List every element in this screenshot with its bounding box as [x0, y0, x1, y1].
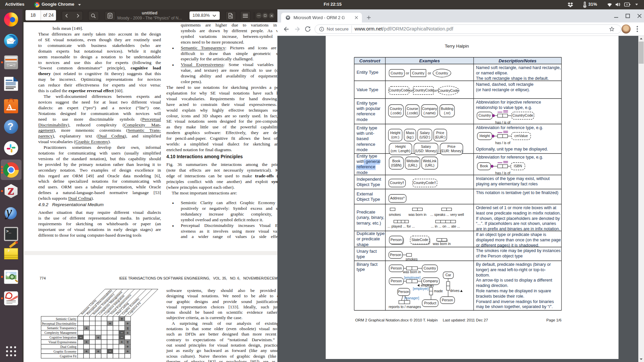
svg-text:Product: Product [424, 301, 436, 305]
svg-text:smokes: smokes [389, 213, 401, 217]
svg-text:Price: Price [436, 131, 444, 135]
svg-text:shape: shape [357, 242, 369, 247]
svg-text:(.name): (.name) [423, 111, 435, 115]
svg-text:Country: Country [424, 266, 436, 270]
svg-text:Value Type: Value Type [357, 87, 378, 92]
svg-text:Building: Building [441, 107, 453, 111]
svg-text:+: + [109, 321, 111, 326]
svg-text:Person: Person [391, 279, 402, 283]
svg-text:Binary fact: Binary fact [357, 262, 378, 267]
svg-text:Person: Person [390, 253, 401, 257]
svg-text:Country: Country [391, 71, 404, 75]
svg-text:ternary, etc.): ternary, etc.) [357, 221, 381, 226]
svg-text:(unary, binary,: (unary, binary, [357, 215, 384, 220]
svg-text:Company: Company [422, 107, 437, 111]
svg-text:Person: Person [390, 238, 401, 242]
svg-text:Abbreviation for injective ref: Abbreviation for injective reference [476, 100, 541, 105]
svg-text:Salary: Salary [420, 131, 430, 135]
svg-text:+: + [126, 330, 129, 335]
svg-text:or: or [406, 71, 409, 75]
svg-text:(ISBN): (ISBN) [391, 163, 402, 167]
svg-text:The smokes role may be played: The smokes role may be played by instanc… [476, 248, 560, 253]
svg-text:Abbreviation for reference typ: Abbreviation for reference type, e.g. [476, 155, 543, 160]
svg-text:(USD: Money): (USD: Money) [415, 149, 437, 153]
svg-text:(URL): (URL) [408, 163, 417, 167]
svg-text:Height: Height [390, 131, 400, 135]
svg-text:Perceptual Discriminability: Perceptual Discriminability [42, 322, 77, 325]
svg-text:Semantic Transparency: Semantic Transparency [47, 326, 76, 330]
svg-text:Person: Person [442, 298, 453, 302]
svg-text:Price: Price [447, 144, 455, 148]
svg-text:smokes: smokes [406, 257, 418, 261]
svg-text:+: + [126, 349, 129, 354]
svg-text:or named ellipse.: or named ellipse. [476, 71, 508, 75]
svg-text:+: + [85, 349, 88, 354]
svg-text:was born in: was born in [402, 270, 421, 274]
svg-text:“...”. If placeholders are not: “...”. If placeholders are not shown, un… [476, 221, 556, 226]
svg-text:(.nr): (.nr) [444, 111, 450, 115]
svg-text:or: or [410, 88, 413, 93]
svg-text:Object Type: Object Type [357, 182, 380, 187]
svg-text:Abbreviation for reference typ: Abbreviation for reference type, e.g. [476, 125, 543, 130]
svg-text:type: type [357, 267, 365, 272]
svg-text:mode: mode [357, 170, 368, 175]
svg-text:reading direction.: reading direction. [476, 283, 508, 288]
svg-text:Book: Book [480, 164, 488, 168]
svg-text:Country: Country [479, 113, 491, 117]
svg-text:reference: reference [357, 111, 375, 116]
svg-text:ORM 2 Graphical Notation.docx: ORM 2 Graphical Notation.docx © 2010 T. … [355, 318, 438, 322]
svg-text:Country: Country [412, 71, 425, 75]
svg-text:Complexity Management: Complexity Management [44, 331, 76, 335]
svg-text:!: ! [434, 181, 436, 185]
svg-text:Height: Height [395, 144, 406, 148]
svg-text:External: External [357, 191, 373, 196]
svg-text:(or hard rectangle or ellipse): (or hard rectangle or ellipse). [476, 87, 530, 92]
svg-text:CountryCode: CountryCode [413, 181, 434, 185]
svg-text:Website: Website [406, 159, 419, 163]
svg-text:with unit-: with unit- [356, 131, 374, 136]
svg-text:(USD:): (USD:) [419, 135, 430, 139]
svg-text:with general: with general [356, 159, 380, 164]
svg-text:Entity Type: Entity Type [357, 70, 378, 75]
svg-text:Independent: Independent [357, 177, 381, 182]
svg-text:Company: Company [423, 279, 438, 283]
svg-text:[employee]: [employee] [404, 276, 421, 280]
svg-text:Graphic Economy: Graphic Economy [54, 350, 77, 353]
svg-text:(cm: Length): (cm: Length) [391, 149, 411, 153]
svg-text:An arrow-tip is used to displa: An arrow-tip is used to display a differ… [476, 278, 552, 283]
svg-text:Country: Country [390, 107, 402, 111]
svg-text:bottom.: bottom. [476, 273, 490, 278]
svg-text:If shown, object placeholders: If shown, object placeholders are denote… [476, 216, 560, 221]
svg-text:Car: Car [445, 273, 451, 277]
svg-text:Person: Person [398, 290, 409, 294]
svg-text:+: + [97, 349, 99, 354]
svg-text:±: ± [126, 340, 129, 344]
svg-text:Salary: Salary [421, 144, 431, 148]
svg-text:ISBN: ISBN [514, 164, 522, 168]
svg-text:Description/Notes: Description/Notes [499, 58, 537, 63]
svg-text:Optionally, unit type may be d: Optionally, unit type may be displayed. [476, 147, 548, 152]
svg-text:Last updated: 2011 Dec 27: Last updated: 2011 Dec 27 [443, 318, 488, 322]
svg-text:cmValue: cmValue [514, 134, 528, 138]
svg-text:Ordered set of 1 or more role: Ordered set of 1 or more role boxes with… [476, 205, 556, 210]
svg-text:Book: Book [392, 159, 401, 163]
svg-text:Examples: Examples [419, 58, 440, 63]
svg-text:Person: Person [391, 266, 402, 270]
svg-text:[employer]: [employer] [413, 287, 429, 291]
svg-text:WebLink: WebLink [423, 159, 437, 163]
svg-text:was born in: was born in [408, 213, 427, 217]
svg-text:Height: Height [480, 134, 490, 138]
svg-text:type: type [357, 254, 365, 259]
svg-text:Named, dashed, soft rectangle: Named, dashed, soft rectangle [476, 82, 534, 87]
svg-text:may be shown together, separat: may be shown together, separated by “/”. [476, 304, 553, 309]
svg-text:with popular: with popular [356, 106, 381, 111]
svg-text:or predicate: or predicate [357, 236, 380, 241]
svg-text:−: − [109, 349, 111, 354]
svg-text:By default, predicate readings: By default, predicate readings (binary o… [476, 262, 551, 267]
svg-text:Instances of the type may exis: Instances of the type may exist, without [476, 176, 550, 181]
svg-text:Object Type: Object Type [357, 197, 380, 202]
svg-text:Terry Halpin: Terry Halpin [445, 44, 469, 49]
svg-text:CountryCode: CountryCode [513, 113, 533, 117]
svg-text:If an object type or predicate: If an object type or predicate shape is [476, 232, 546, 237]
svg-text:(URL): (URL) [425, 163, 434, 167]
